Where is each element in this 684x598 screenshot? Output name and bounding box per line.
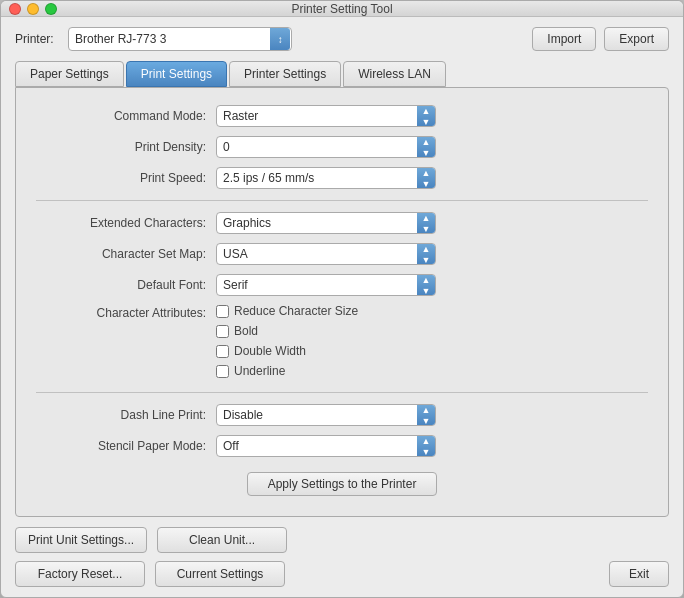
underline-label: Underline (234, 364, 285, 378)
bold-item: Bold (216, 324, 358, 338)
divider-1 (36, 200, 648, 201)
traffic-lights (9, 3, 57, 15)
print-density-select[interactable]: 0 (216, 136, 436, 158)
printer-select[interactable]: Brother RJ-773 3 (68, 27, 292, 51)
divider-2 (36, 392, 648, 393)
reduce-char-size-item: Reduce Character Size (216, 304, 358, 318)
exit-button[interactable]: Exit (609, 561, 669, 587)
maximize-button[interactable] (45, 3, 57, 15)
default-font-label: Default Font: (36, 278, 216, 292)
minimize-button[interactable] (27, 3, 39, 15)
tab-wireless-lan[interactable]: Wireless LAN (343, 61, 446, 87)
print-speed-select-wrapper: 2.5 ips / 65 mm/s ▲▼ (216, 167, 436, 189)
window-title: Printer Setting Tool (291, 2, 392, 16)
stencil-paper-mode-row: Stencil Paper Mode: Off ▲▼ (36, 434, 648, 458)
default-font-select[interactable]: Serif (216, 274, 436, 296)
print-density-select-wrapper: 0 ▲▼ (216, 136, 436, 158)
character-set-map-row: Character Set Map: USA ▲▼ (36, 242, 648, 266)
bold-label: Bold (234, 324, 258, 338)
command-mode-select[interactable]: Raster (216, 105, 436, 127)
character-attributes-label: Character Attributes: (36, 304, 216, 320)
tab-printer-settings[interactable]: Printer Settings (229, 61, 341, 87)
stencil-paper-mode-label: Stencil Paper Mode: (36, 439, 216, 453)
underline-item: Underline (216, 364, 358, 378)
bottom-buttons-row2: Factory Reset... Current Settings Exit (15, 561, 669, 587)
underline-checkbox[interactable] (216, 365, 229, 378)
reduce-char-size-checkbox[interactable] (216, 305, 229, 318)
print-unit-settings-button[interactable]: Print Unit Settings... (15, 527, 147, 553)
stencil-paper-mode-select[interactable]: Off (216, 435, 436, 457)
double-width-checkbox[interactable] (216, 345, 229, 358)
print-speed-label: Print Speed: (36, 171, 216, 185)
print-speed-select[interactable]: 2.5 ips / 65 mm/s (216, 167, 436, 189)
command-mode-select-wrapper: Raster ▲▼ (216, 105, 436, 127)
printer-select-wrapper: Brother RJ-773 3 ↕ (68, 27, 292, 51)
reduce-char-size-label: Reduce Character Size (234, 304, 358, 318)
printer-row: Printer: Brother RJ-773 3 ↕ Import Expor… (15, 27, 669, 51)
command-mode-row: Command Mode: Raster ▲▼ (36, 104, 648, 128)
printer-label: Printer: (15, 32, 60, 46)
close-button[interactable] (9, 3, 21, 15)
main-panel: Command Mode: Raster ▲▼ Print Density: 0 (15, 87, 669, 517)
content-area: Printer: Brother RJ-773 3 ↕ Import Expor… (1, 17, 683, 597)
title-bar: Printer Setting Tool (1, 1, 683, 17)
factory-reset-button[interactable]: Factory Reset... (15, 561, 145, 587)
current-settings-button[interactable]: Current Settings (155, 561, 285, 587)
print-density-row: Print Density: 0 ▲▼ (36, 135, 648, 159)
dash-line-print-select[interactable]: Disable (216, 404, 436, 426)
apply-settings-button[interactable]: Apply Settings to the Printer (247, 472, 438, 496)
stencil-paper-mode-select-wrapper: Off ▲▼ (216, 435, 436, 457)
double-width-label: Double Width (234, 344, 306, 358)
clean-unit-button[interactable]: Clean Unit... (157, 527, 287, 553)
bottom-buttons-row1: Print Unit Settings... Clean Unit... (15, 527, 669, 553)
character-set-map-select-wrapper: USA ▲▼ (216, 243, 436, 265)
export-button[interactable]: Export (604, 27, 669, 51)
apply-section: Apply Settings to the Printer (36, 472, 648, 496)
character-attributes-row: Character Attributes: Reduce Character S… (36, 304, 648, 382)
print-speed-row: Print Speed: 2.5 ips / 65 mm/s ▲▼ (36, 166, 648, 190)
command-mode-label: Command Mode: (36, 109, 216, 123)
bold-checkbox[interactable] (216, 325, 229, 338)
print-density-label: Print Density: (36, 140, 216, 154)
double-width-item: Double Width (216, 344, 358, 358)
extended-characters-select[interactable]: Graphics (216, 212, 436, 234)
extended-characters-select-wrapper: Graphics ▲▼ (216, 212, 436, 234)
dash-line-print-row: Dash Line Print: Disable ▲▼ (36, 403, 648, 427)
tab-bar: Paper Settings Print Settings Printer Se… (15, 61, 669, 87)
character-attributes-checkboxes: Reduce Character Size Bold Double Width … (216, 304, 358, 382)
extended-characters-label: Extended Characters: (36, 216, 216, 230)
import-button[interactable]: Import (532, 27, 596, 51)
dash-line-print-label: Dash Line Print: (36, 408, 216, 422)
tab-paper-settings[interactable]: Paper Settings (15, 61, 124, 87)
extended-characters-row: Extended Characters: Graphics ▲▼ (36, 211, 648, 235)
character-set-map-select[interactable]: USA (216, 243, 436, 265)
default-font-select-wrapper: Serif ▲▼ (216, 274, 436, 296)
tab-print-settings[interactable]: Print Settings (126, 61, 227, 87)
main-window: Printer Setting Tool Printer: Brother RJ… (0, 0, 684, 598)
dash-line-print-select-wrapper: Disable ▲▼ (216, 404, 436, 426)
default-font-row: Default Font: Serif ▲▼ (36, 273, 648, 297)
character-set-map-label: Character Set Map: (36, 247, 216, 261)
